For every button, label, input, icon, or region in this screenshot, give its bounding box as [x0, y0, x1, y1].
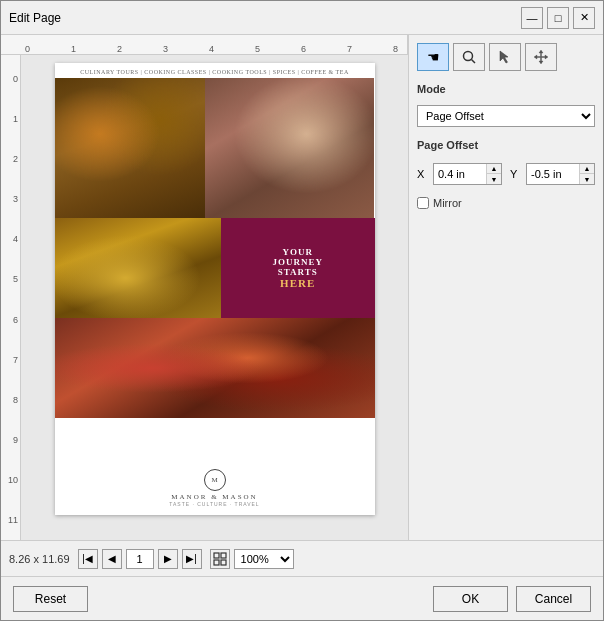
svg-point-0 [464, 52, 473, 61]
ruler-top-mark-5: 5 [255, 44, 301, 54]
zoom-tool-button[interactable] [453, 43, 485, 71]
buddha-image [55, 218, 231, 318]
mirror-checkbox[interactable] [417, 197, 429, 209]
x-spin-up[interactable]: ▲ [487, 164, 501, 174]
text-overlay: YOUR JOURNEY STARTS HERE [221, 218, 375, 318]
y-spin-down[interactable]: ▼ [580, 174, 594, 184]
ok-button[interactable]: OK [433, 586, 508, 612]
nav-last-button[interactable]: ▶| [182, 549, 202, 569]
page-offset-label: Page Offset [417, 139, 595, 151]
nav-first-button[interactable]: |◀ [78, 549, 98, 569]
ruler-top-mark-1: 1 [71, 44, 117, 54]
nav-prev-button[interactable]: ◀ [102, 549, 122, 569]
ruler-left-mark-3: 3 [1, 179, 20, 219]
minimize-button[interactable]: — [521, 7, 543, 29]
mode-label: Mode [417, 83, 595, 95]
reset-button[interactable]: Reset [13, 586, 88, 612]
svg-rect-4 [214, 560, 219, 565]
overlay-line3: STARTS [278, 267, 318, 277]
x-input-wrapper: ▲ ▼ [433, 163, 502, 185]
ruler-left-mark-6: 6 [1, 299, 20, 339]
svg-rect-3 [221, 553, 226, 558]
overlay-line2: JOURNEY [272, 257, 323, 267]
cooking-bg [205, 78, 375, 218]
svg-line-1 [472, 60, 476, 64]
page-size-label: 8.26 x 11.69 [9, 553, 70, 565]
footer-row: Reset OK Cancel [1, 576, 603, 620]
mirror-row: Mirror [417, 197, 595, 209]
y-input-wrapper: ▲ ▼ [526, 163, 595, 185]
footer-right: OK Cancel [433, 586, 591, 612]
right-panel: ☚ Mode [408, 35, 603, 540]
ruler-left-mark-10: 10 [1, 460, 20, 500]
overlay-line1: YOUR [282, 247, 313, 257]
ruler-top-mark-8: 8 [393, 44, 408, 54]
tool-row: ☚ [417, 43, 595, 71]
ruler-top: 0 1 2 3 4 5 6 7 8 [1, 35, 408, 55]
page-container: CULINARY TOURS | COOKING CLASSES | COOKI… [21, 55, 408, 540]
image-row-middle: YOUR JOURNEY STARTS HERE [55, 218, 375, 318]
move-tool-button[interactable] [525, 43, 557, 71]
ruler-left-mark-5: 5 [1, 259, 20, 299]
ruler-left-mark-9: 9 [1, 420, 20, 460]
bottom-bar: 8.26 x 11.69 |◀ ◀ ▶ ▶| 100% 50% 75% 125%… [1, 540, 603, 576]
food-image [55, 318, 375, 418]
maximize-button[interactable]: □ [547, 7, 569, 29]
cancel-button[interactable]: Cancel [516, 586, 591, 612]
main-content: 0 1 2 3 4 5 6 7 8 0 1 2 3 4 [1, 35, 603, 540]
window-title: Edit Page [9, 11, 521, 25]
title-bar-controls: — □ ✕ [521, 7, 595, 29]
close-button[interactable]: ✕ [573, 7, 595, 29]
mirror-label: Mirror [433, 197, 462, 209]
page-header-text: CULINARY TOURS | COOKING CLASSES | COOKI… [55, 63, 375, 78]
ruler-top-mark-2: 2 [117, 44, 163, 54]
ruler-top-mark-3: 3 [163, 44, 209, 54]
title-bar: Edit Page — □ ✕ [1, 1, 603, 35]
ruler-left-mark-11: 11 [1, 500, 20, 540]
page-images: YOUR JOURNEY STARTS HERE [55, 78, 375, 460]
ruler-top-mark-0: 0 [25, 44, 71, 54]
x-input[interactable] [434, 164, 486, 184]
nav-next-button[interactable]: ▶ [158, 549, 178, 569]
select-tool-button[interactable] [489, 43, 521, 71]
coords-row: X ▲ ▼ Y ▲ ▼ [417, 163, 595, 185]
y-spin: ▲ ▼ [579, 164, 594, 184]
ruler-area: 0 1 2 3 4 5 6 7 8 9 10 11 [1, 55, 408, 540]
ruler-left-mark-8: 8 [1, 380, 20, 420]
kitchen-bg [55, 78, 205, 218]
ruler-top-marks: 0 1 2 3 4 5 6 7 8 [21, 44, 408, 54]
logo-circle: M [204, 469, 226, 491]
food-bg [55, 318, 375, 418]
x-spin-down[interactable]: ▼ [487, 174, 501, 184]
mode-select[interactable]: Page Offset Scale Rotate [417, 105, 595, 127]
ruler-left: 0 1 2 3 4 5 6 7 8 9 10 11 [1, 55, 21, 540]
hand-tool-button[interactable]: ☚ [417, 43, 449, 71]
x-label: X [417, 168, 429, 180]
ruler-left-mark-1: 1 [1, 99, 20, 139]
page-preview: CULINARY TOURS | COOKING CLASSES | COOKI… [55, 63, 375, 515]
ruler-left-mark-7: 7 [1, 340, 20, 380]
y-spin-up[interactable]: ▲ [580, 164, 594, 174]
page-num-input[interactable] [126, 549, 154, 569]
ruler-left-mark-4: 4 [1, 219, 20, 259]
brand-name: MANOR & MASON [171, 493, 257, 501]
y-label: Y [510, 168, 522, 180]
buddha-bg [55, 218, 231, 318]
brand-sub: TASTE · CULTURE · TRAVEL [169, 501, 259, 507]
image-row-top [55, 78, 375, 218]
fit-page-button[interactable] [210, 549, 230, 569]
ruler-top-mark-7: 7 [347, 44, 393, 54]
kitchen-pots-image [55, 78, 205, 218]
ruler-left-mark-0: 0 [1, 59, 20, 99]
ruler-left-mark-2: 2 [1, 139, 20, 179]
cooking-image [205, 78, 375, 218]
svg-rect-2 [214, 553, 219, 558]
zoom-select[interactable]: 100% 50% 75% 125% 150% 200% [234, 549, 294, 569]
y-input[interactable] [527, 164, 579, 184]
image-row-bottom [55, 318, 375, 418]
ruler-top-mark-4: 4 [209, 44, 255, 54]
page-footer: M MANOR & MASON TASTE · CULTURE · TRAVEL [55, 460, 375, 515]
edit-page-window: Edit Page — □ ✕ 0 1 2 3 4 5 6 7 8 [0, 0, 604, 621]
overlay-here: HERE [280, 277, 315, 289]
svg-rect-5 [221, 560, 226, 565]
